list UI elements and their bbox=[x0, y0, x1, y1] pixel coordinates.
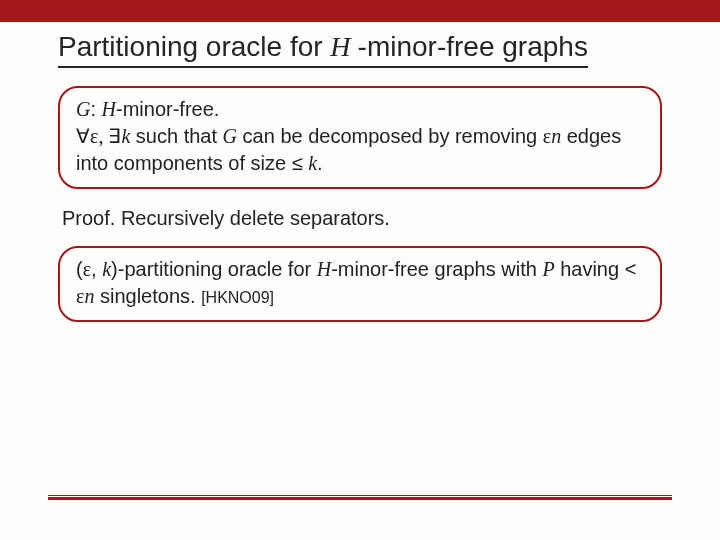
forall-sym: ∀ bbox=[76, 125, 90, 147]
slide: Partitioning oracle for H -minor-free gr… bbox=[0, 0, 720, 540]
footer-rule bbox=[48, 495, 672, 500]
sym-P: P bbox=[542, 258, 554, 280]
citation: [HKNO09] bbox=[201, 289, 274, 306]
exists-sym: ∃ bbox=[108, 125, 121, 147]
txt: ( bbox=[76, 258, 83, 280]
txt: such that bbox=[130, 125, 222, 147]
sym-k3: k bbox=[102, 258, 111, 280]
sym-G: G bbox=[76, 98, 90, 120]
eps-sym2: ε bbox=[543, 125, 551, 147]
sym-H: H bbox=[102, 98, 116, 120]
eps-sym3: ε bbox=[83, 258, 91, 280]
sym-k2: k bbox=[308, 152, 317, 174]
sym-n: n bbox=[551, 125, 561, 147]
result-box: (ε, k)-partitioning oracle for H-minor-f… bbox=[58, 246, 662, 322]
slide-title: Partitioning oracle for H -minor-free gr… bbox=[58, 30, 588, 68]
result-line: (ε, k)-partitioning oracle for H-minor-f… bbox=[76, 256, 644, 310]
eps-sym: ε, bbox=[90, 125, 108, 147]
txt: )-partitioning oracle for bbox=[111, 258, 317, 280]
txt: . bbox=[317, 152, 323, 174]
sym-H2: H bbox=[317, 258, 331, 280]
txt: -minor-free. bbox=[116, 98, 219, 120]
content-area: Partitioning oracle for H -minor-free gr… bbox=[0, 22, 720, 322]
theorem-line-2: ∀ε, ∃k such that G can be decomposed by … bbox=[76, 123, 644, 177]
title-text-pre: Partitioning oracle for bbox=[58, 31, 330, 62]
txt: , bbox=[91, 258, 102, 280]
txt: : bbox=[90, 98, 101, 120]
txt: can be decomposed by removing bbox=[237, 125, 543, 147]
theorem-box: G: H-minor-free. ∀ε, ∃k such that G can … bbox=[58, 86, 662, 189]
title-text-post: -minor-free graphs bbox=[358, 31, 588, 62]
sym-n2: n bbox=[84, 285, 94, 307]
txt: singletons. bbox=[94, 285, 201, 307]
sym-k: k bbox=[121, 125, 130, 147]
sym-G2: G bbox=[223, 125, 237, 147]
accent-bar bbox=[0, 0, 720, 22]
txt: having < bbox=[555, 258, 637, 280]
theorem-line-1: G: H-minor-free. bbox=[76, 96, 644, 123]
proof-line: Proof. Recursively delete separators. bbox=[58, 201, 662, 246]
txt: -minor-free graphs with bbox=[331, 258, 542, 280]
title-H: H bbox=[330, 31, 357, 62]
